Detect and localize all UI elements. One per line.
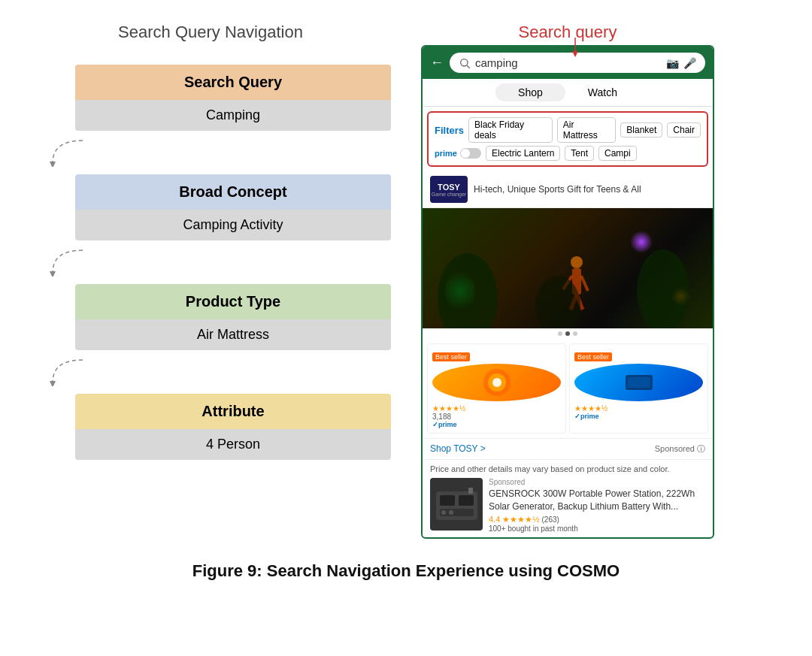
svg-rect-26 [468,488,473,494]
back-button[interactable]: ← [430,55,444,71]
tosy-logo-text: TOSY [438,183,460,192]
listing-sponsored: Sponsored [489,478,705,486]
search-query-label-wrapper: Search query [421,23,714,42]
filter-tag-tent[interactable]: Tent [565,146,594,161]
broad-concept-block: Broad Concept Camping Activity [75,174,391,240]
arrow-svg-2 [38,246,98,277]
svg-point-25 [449,510,453,515]
stars-1: ★★★★½ [432,404,561,413]
filter-tag-airmattress[interactable]: Air Mattress [557,117,617,143]
arrow-svg-3 [38,356,98,386]
search-input[interactable]: camping [475,56,662,69]
product-listing: Price and other details may vary based o… [423,460,713,537]
tosy-sub-text: Game changer [432,192,466,197]
listing-title: GENSROCK 300W Portable Power Station, 22… [489,488,705,513]
arrow-3 [75,371,391,394]
svg-marker-3 [572,51,578,57]
label-arrow-svg [571,38,617,60]
attribute-block: Attribute 4 Person [75,394,391,460]
toggle-pill[interactable] [460,148,481,159]
product-img-2 [574,364,703,401]
sponsor-desc: Hi-tech, Unique Sports Gift for Teens & … [474,184,641,195]
search-query-header: Search Query [75,65,391,100]
filter-tag-blackfriday[interactable]: Black Friday deals [468,117,553,143]
svg-marker-1 [50,271,56,277]
shop-tosy-text[interactable]: Shop TOSY > [430,443,486,455]
broad-concept-value: Camping Activity [75,210,391,240]
amazon-frame: ← camping 📷 🎤 Shop [421,45,714,539]
prime-toggle[interactable]: prime [435,148,481,159]
svg-line-5 [467,65,470,68]
tab-watch[interactable]: Watch [565,83,640,101]
prime-check-2: ✓prime [574,413,703,420]
power-station-img [432,480,481,529]
filter-tag-electriclantern[interactable]: Electric Lantern [486,146,560,161]
filter-tag-campi[interactable]: Campi [598,146,637,161]
arrow-1 [75,152,391,174]
best-seller-badge-1: Best seller [432,352,470,361]
dot-3 [573,331,577,336]
concept-chain: Search Query Camping Broad Concept Campi… [30,65,391,481]
arrow-svg-1 [38,137,98,167]
content-row: Search Query Navigation Search Query Cam… [30,23,782,539]
left-panel: Search Query Navigation Search Query Cam… [30,23,391,481]
product-card-2[interactable]: Best seller ★★★★½ ✓prime [569,343,708,434]
svg-point-17 [492,378,501,387]
filters-row2: prime Electric Lantern Tent Campi [435,146,701,161]
svg-rect-19 [628,377,650,388]
product-img-1 [432,364,561,401]
camera-icon[interactable]: 📷 [666,57,679,69]
background-shapes [423,208,708,328]
product-circle-img-1 [482,367,512,398]
amazon-topbar: ← camping 📷 🎤 [423,47,713,79]
prime-check-1: ✓prime [432,421,561,428]
product-cards-row: Best seller ★★★★½ 3,188 ✓prime [423,339,713,439]
sponsored-label: Sponsored ⓘ [655,443,705,455]
svg-point-13 [637,249,689,328]
toggle-knob [461,149,470,158]
dot-1 [558,331,562,336]
shop-tosy-link: Shop TOSY > Sponsored ⓘ [423,439,713,460]
arrow-2 [75,261,391,284]
hero-image-area [423,208,713,328]
rating-row: 4.4 ★★★★½ (263) [489,515,705,524]
dots-row [423,328,713,339]
product-type-value: Air Mattress [75,319,391,350]
listing-rating: 4.4 [489,515,500,524]
right-panel: Search query ← campin [421,23,782,539]
review-count-1: 3,188 [432,413,561,421]
product-type-block: Product Type Air Mattress [75,284,391,350]
broad-concept-header: Broad Concept [75,174,391,210]
svg-point-14 [535,276,580,328]
tosy-logo: TOSY Game changer [430,176,468,203]
search-icon [459,57,471,69]
price-notice: Price and other details may vary based o… [430,464,705,473]
stars-2: ★★★★½ [574,404,703,413]
svg-rect-21 [440,495,455,506]
sponsor-banner: TOSY Game changer Hi-tech, Unique Sports… [423,171,713,208]
mic-icon[interactable]: 🎤 [683,57,696,69]
svg-marker-0 [50,162,56,167]
svg-point-24 [441,510,446,515]
filters-section: Filters Black Friday deals Air Mattress … [427,111,708,167]
tab-shop[interactable]: Shop [495,83,565,101]
listing-reviews: (263) [541,515,559,524]
prime-label: prime [435,149,457,158]
product-type-header: Product Type [75,284,391,319]
listing-stars: ★★★★½ [502,515,539,524]
filter-label[interactable]: Filters [435,125,464,136]
attribute-header: Attribute [75,394,391,429]
filter-tag-blanket[interactable]: Blanket [620,122,662,138]
amazon-navbar: Shop Watch [423,79,713,107]
best-seller-badge-2: Best seller [574,352,612,361]
attribute-value: 4 Person [75,429,391,460]
svg-marker-2 [50,381,56,386]
product-card-1[interactable]: Best seller ★★★★½ 3,188 ✓prime [427,343,566,434]
main-container: Search Query Navigation Search Query Cam… [0,0,812,596]
listing-bought: 100+ bought in past month [489,524,705,533]
search-query-block: Search Query Camping [75,65,391,131]
filter-tag-chair[interactable]: Chair [667,122,701,138]
svg-point-12 [438,253,498,328]
listing-item[interactable]: Sponsored GENSROCK 300W Portable Power S… [430,478,705,533]
svg-rect-22 [459,495,474,506]
